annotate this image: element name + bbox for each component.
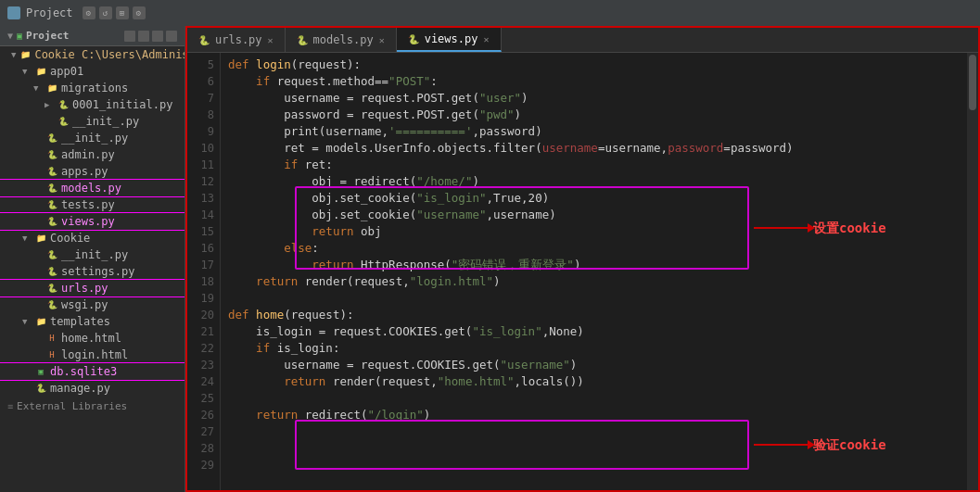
item-label: migrations (61, 82, 128, 95)
sidebar-root[interactable]: ▼ 📁 Cookie C:\Users\Adminis (0, 46, 185, 63)
code-line-22: return redirect("/login") (228, 407, 960, 423)
right-scrollbar[interactable] (967, 53, 978, 490)
item-label: apps.py (61, 165, 108, 178)
sidebar-item-templates[interactable]: ▼ 📁 templates (0, 313, 185, 330)
item-label: views.py (61, 215, 115, 228)
code-line-13: return HttpResponse("密码错误，重新登录") (228, 257, 960, 273)
sidebar-btn-3[interactable] (152, 31, 163, 42)
sidebar-item-init-migrations[interactable]: 🐍 __init_.py (0, 113, 185, 130)
sidebar-item-cookie-folder[interactable]: ▼ 📁 Cookie (0, 230, 185, 246)
item-label: app01 (50, 65, 83, 78)
tab-label: models.py (313, 33, 374, 46)
external-libraries[interactable]: ≡ External Libraries (0, 397, 185, 416)
sidebar-item-app01[interactable]: ▼ 📁 app01 (0, 63, 185, 80)
code-line-6: ret = models.UserInfo.objects.filter(use… (228, 140, 960, 157)
sidebar-header-buttons (124, 31, 177, 42)
code-line-24 (228, 440, 960, 457)
item-label: urls.py (61, 282, 108, 295)
tab-bar: 🐍 urls.py ✕ 🐍 models.py ✕ 🐍 views.py ✕ (187, 28, 978, 53)
sidebar-item-admin[interactable]: 🐍 admin.py (0, 146, 185, 163)
item-label: admin.py (61, 148, 115, 161)
item-label: __init_.py (72, 115, 139, 128)
code-line-7: if ret: (228, 157, 960, 173)
scrollbar-thumb[interactable] (969, 55, 976, 110)
code-line-12: else: (228, 240, 960, 257)
item-label: wsgi.py (61, 298, 108, 311)
tab-close-urls[interactable]: ✕ (268, 35, 274, 45)
code-line-2: if request.method=="POST": (228, 73, 960, 90)
root-label: Cookie C:\Users\Adminis (34, 48, 185, 61)
tb-btn-3[interactable]: ⊞ (116, 6, 129, 19)
code-line-25 (228, 457, 960, 473)
item-label: Cookie (50, 232, 90, 245)
item-label: settings.py (61, 265, 134, 278)
tab-urls[interactable]: 🐍 urls.py ✕ (187, 28, 286, 52)
code-line-20: return render(request,"home.html",locals… (228, 373, 960, 390)
item-label: __init_.py (61, 248, 128, 261)
code-line-14: return render(request,"login.html") (228, 273, 960, 290)
sidebar-item-init-cookie[interactable]: 🐍 __init_.py (0, 246, 185, 263)
title-bar: Project ⚙ ↺ ⊞ ⚙ (0, 0, 980, 26)
sidebar-item-init-app01[interactable]: 🐍 __init_.py (0, 130, 185, 146)
tab-close-views[interactable]: ✕ (483, 34, 489, 44)
item-label: home.html (61, 332, 121, 345)
code-line-21 (228, 390, 960, 407)
line-numbers: 5 6 7 8 9 10 11 12 13 14 15 16 17 18 19 … (187, 53, 221, 490)
item-label: templates (50, 315, 110, 328)
sidebar-item-views-app01[interactable]: 🐍 views.py (0, 213, 185, 230)
sidebar-item-manage[interactable]: 🐍 manage.py (0, 380, 185, 397)
code-line-19: username = request.COOKIES.get("username… (228, 357, 960, 373)
sidebar-item-apps[interactable]: 🐍 apps.py (0, 163, 185, 180)
sidebar-item-urls[interactable]: 🐍 urls.py (0, 280, 185, 296)
sidebar-item-home-html[interactable]: H home.html (0, 330, 185, 347)
sidebar-item-settings[interactable]: 🐍 settings.py (0, 263, 185, 280)
tab-close-models[interactable]: ✕ (379, 35, 385, 45)
code-line-16: def home(request): (228, 307, 960, 323)
code-line-15 (228, 290, 960, 307)
tab-models[interactable]: 🐍 models.py ✕ (286, 28, 397, 52)
tb-btn-1[interactable]: ⚙ (83, 6, 95, 19)
tb-btn-4[interactable]: ⚙ (133, 6, 146, 19)
sidebar-header: ▼ ▣ Project (0, 26, 185, 46)
sidebar-item-tests[interactable]: 🐍 tests.py (0, 196, 185, 213)
code-container: 5 6 7 8 9 10 11 12 13 14 15 16 17 18 19 … (187, 53, 978, 490)
sidebar-item-migrations[interactable]: ▼ 📁 migrations (0, 80, 185, 96)
item-label: __init_.py (61, 132, 128, 145)
sidebar-item-wsgi[interactable]: 🐍 wsgi.py (0, 296, 185, 313)
title-bar-text: Project (26, 6, 73, 19)
sidebar-btn-4[interactable] (166, 31, 177, 42)
code-line-17: is_login = request.COOKIES.get("is_login… (228, 323, 960, 340)
title-bar-buttons: ⚙ ↺ ⊞ ⚙ (83, 6, 146, 19)
item-label: tests.py (61, 198, 115, 211)
item-label: manage.py (50, 382, 110, 395)
code-line-3: username = request.POST.get("user") (228, 90, 960, 107)
sidebar-btn-1[interactable] (124, 31, 135, 42)
sidebar-item-login-html[interactable]: H login.html (0, 347, 185, 363)
sidebar-item-models[interactable]: 🐍 models.py (0, 180, 185, 196)
item-label: models.py (61, 182, 121, 195)
tab-label: urls.py (215, 33, 262, 46)
code-content[interactable]: def login(request): if request.method=="… (221, 53, 967, 490)
editor-area: 🐍 urls.py ✕ 🐍 models.py ✕ 🐍 views.py ✕ 5… (185, 26, 980, 492)
ext-libs-label: External Libraries (17, 400, 127, 412)
main-area: ▼ ▣ Project ▼ 📁 Cookie C:\Users\Adminis … (0, 26, 980, 492)
sidebar-btn-2[interactable] (138, 31, 149, 42)
code-line-9: obj.set_cookie("is_login",True,20) (228, 190, 960, 207)
item-label: db.sqlite3 (50, 365, 117, 378)
tab-views[interactable]: 🐍 views.py ✕ (397, 28, 502, 52)
code-line-4: password = request.POST.get("pwd") (228, 107, 960, 123)
item-label: login.html (61, 348, 128, 361)
code-line-11: return obj (228, 223, 960, 240)
sidebar-header-text: Project (26, 30, 69, 42)
sidebar-item-0001[interactable]: ▶ 🐍 0001_initial.py (0, 96, 185, 113)
code-line-23 (228, 423, 960, 440)
tab-label: views.py (425, 32, 478, 45)
code-line-1: def login(request): (228, 57, 960, 73)
item-label: 0001_initial.py (72, 98, 172, 111)
tb-btn-2[interactable]: ↺ (99, 6, 112, 19)
code-line-5: print(username,'==========',password) (228, 123, 960, 140)
code-line-8: obj = redirect("/home/") (228, 173, 960, 190)
code-line-10: obj.set_cookie("username",username) (228, 207, 960, 223)
sidebar: ▼ ▣ Project ▼ 📁 Cookie C:\Users\Adminis … (0, 26, 185, 492)
sidebar-item-db[interactable]: ▣ db.sqlite3 (0, 363, 185, 380)
